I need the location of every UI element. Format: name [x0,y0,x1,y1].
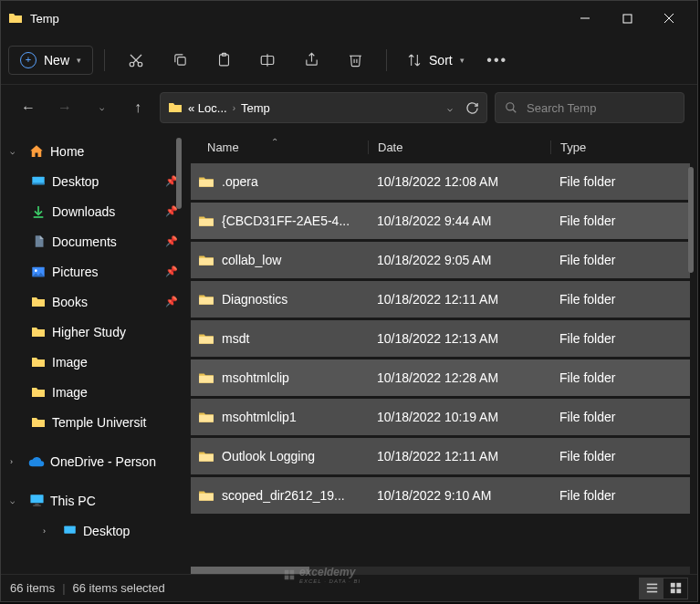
table-row[interactable]: collab_low10/18/2022 9:05 AMFile folder [191,242,690,278]
folder-icon [30,414,47,431]
forward-button[interactable]: → [50,93,79,122]
column-type[interactable]: Type [550,141,690,154]
thumbnails-view-button[interactable] [663,578,687,599]
sidebar-item-temple[interactable]: Temple Universit [1,407,183,437]
new-button[interactable]: + New ▾ [8,46,93,75]
details-view-button[interactable] [640,578,663,599]
tree-label: Books [52,295,160,309]
pictures-icon [30,264,47,280]
up-button[interactable]: ↑ [123,93,152,122]
delete-button[interactable] [335,44,375,77]
table-row[interactable]: scoped_dir2612_19...10/18/2022 9:10 AMFi… [191,477,690,514]
copy-button[interactable] [160,44,200,77]
tree-label: Desktop [52,174,160,189]
file-name: {CBCD31FF-2AE5-4... [222,213,350,228]
file-date: 10/18/2022 9:05 AM [368,253,550,267]
table-row[interactable]: msohtmlclip110/18/2022 10:19 AMFile fold… [191,399,690,435]
file-name: Diagnostics [222,292,287,307]
paste-button[interactable] [204,44,244,77]
chevron-down-icon: ▾ [460,56,465,65]
chevron-down-icon[interactable]: ⌵ [10,147,23,156]
sidebar-item-books[interactable]: Books 📌 [1,286,183,317]
refresh-button[interactable] [465,101,479,115]
chevron-down-icon[interactable]: ⌵ [10,496,23,505]
file-type: File folder [550,292,690,307]
tree-label: Higher Study [52,325,178,339]
rename-button[interactable] [247,44,287,77]
breadcrumb-segment[interactable]: « Loc... [188,101,227,115]
column-headers: ⌃Name Date Type [183,130,697,163]
chevron-down-icon[interactable]: ⌵ [447,103,453,113]
cloud-icon [28,453,45,470]
folder-icon [30,294,47,310]
address-bar[interactable]: « Loc... › Temp ⌵ [160,92,487,123]
column-date[interactable]: Date [368,141,550,154]
tree-label: Desktop [83,524,178,538]
table-row[interactable]: {CBCD31FF-2AE5-4...10/18/2022 9:44 AMFil… [191,203,690,239]
table-row[interactable]: Diagnostics10/18/2022 12:11 AMFile folde… [191,281,690,318]
sidebar-item-onedrive[interactable]: › OneDrive - Person [1,446,183,476]
monitor-icon [28,493,45,509]
scrollbar-thumb[interactable] [176,138,182,209]
svg-rect-28 [646,591,656,593]
chevron-down-icon: ▾ [77,56,81,65]
sidebar-item-thispc[interactable]: ⌵ This PC [1,485,183,515]
file-type: File folder [550,213,690,228]
sidebar-item-desktop[interactable]: › Desktop [1,515,183,546]
main-area: ⌵ Home Desktop 📌 Downloads 📌 Documents 📌 [1,130,697,574]
desktop-icon [30,173,47,190]
table-row[interactable]: msdt10/18/2022 12:13 AMFile folder [191,320,690,357]
sort-button[interactable]: Sort ▾ [398,47,474,73]
file-date: 10/18/2022 10:19 AM [368,410,550,424]
file-name: Outlook Logging [222,449,315,463]
plus-icon: + [20,52,37,68]
svg-rect-27 [646,588,656,589]
folder-icon [198,173,214,190]
close-button[interactable] [648,1,690,36]
folder-icon [198,448,214,464]
scrollbar-thumb[interactable] [191,567,309,574]
maximize-button[interactable] [606,1,648,36]
sidebar-item-documents[interactable]: Documents 📌 [1,226,183,256]
tree-label: Temple Universit [52,415,178,430]
svg-rect-8 [177,57,185,65]
table-row[interactable]: msohtmlclip10/18/2022 12:28 AMFile folde… [191,359,690,396]
h-scrollbar[interactable] [191,567,690,574]
file-date: 10/18/2022 12:08 AM [368,174,550,189]
folder-icon [30,324,47,340]
tree-label: Image [52,355,178,370]
table-row[interactable]: .opera10/18/2022 12:08 AMFile folder [191,163,690,200]
tree-label: Documents [52,234,160,249]
sidebar-item-downloads[interactable]: Downloads 📌 [1,196,183,226]
chevron-right-icon[interactable]: › [10,457,23,466]
folder-icon [198,252,214,268]
sidebar-item-image[interactable]: Image [1,377,183,407]
download-icon [30,203,47,220]
more-button[interactable]: ••• [477,44,517,77]
sidebar-item-image[interactable]: Image [1,347,183,377]
svg-point-14 [507,103,514,110]
search-input[interactable]: Search Temp [495,92,684,123]
sidebar-item-higherstudy[interactable]: Higher Study [1,317,183,347]
column-name[interactable]: ⌃Name [191,141,368,154]
file-type: File folder [550,488,690,503]
cut-button[interactable] [116,44,156,77]
share-button[interactable] [291,44,331,77]
documents-icon [30,234,47,250]
table-row[interactable]: Outlook Logging10/18/2022 12:11 AMFile f… [191,438,690,474]
file-name: scoped_dir2612_19... [222,488,345,503]
file-type: File folder [550,253,690,267]
file-name: .opera [222,174,258,189]
breadcrumb-segment[interactable]: Temp [241,101,270,115]
recent-button[interactable]: ⌵ [87,93,116,122]
chevron-right-icon[interactable]: › [43,526,56,536]
sidebar-item-desktop[interactable]: Desktop 📌 [1,166,183,196]
file-type: File folder [550,370,690,385]
sidebar-item-home[interactable]: ⌵ Home [1,136,183,166]
window-title: Temp [30,12,564,26]
file-date: 10/18/2022 12:11 AM [368,449,550,463]
back-button[interactable]: ← [14,93,43,122]
minimize-button[interactable] [564,1,606,36]
sidebar-item-pictures[interactable]: Pictures 📌 [1,256,183,286]
scrollbar-thumb[interactable] [688,167,694,273]
